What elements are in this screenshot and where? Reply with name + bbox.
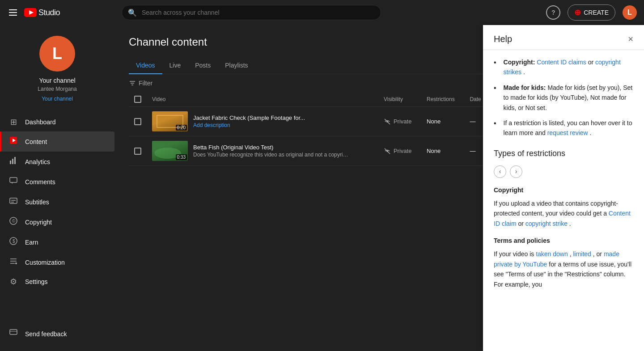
help-next-button[interactable]: ›: [510, 165, 522, 178]
tab-playlists[interactable]: Playlists: [218, 57, 255, 74]
youtube-studio-logo: Studio: [24, 8, 60, 17]
sidebar-item-settings[interactable]: ⚙ Settings: [0, 272, 114, 291]
types-of-restrictions-title: Types of restrictions: [494, 147, 633, 160]
tab-videos[interactable]: Videos: [129, 57, 162, 74]
sidebar-item-label: Earn: [25, 239, 38, 246]
col-visibility: Visibility: [378, 92, 421, 107]
copyright-label: Copyright:: [504, 59, 537, 66]
help-body: Copyright: Content ID claims or copyrigh…: [483, 50, 644, 304]
sidebar-item-subtitles[interactable]: Subtitles: [0, 192, 114, 212]
sidebar-item-label: Content: [25, 138, 47, 145]
copyright-body: If you upload a video that contains copy…: [494, 199, 633, 228]
sidebar-item-comments[interactable]: Comments: [0, 172, 114, 192]
help-bullet-copyright: Copyright: Content ID claims or copyrigh…: [494, 57, 633, 77]
limited-link[interactable]: limited: [573, 250, 591, 258]
topbar: Studio 🔍 ? ⊕ CREATE L: [0, 0, 644, 25]
sidebar-item-label: Copyright: [25, 219, 52, 226]
visibility-cell: Private: [384, 118, 416, 125]
sidebar-item-content[interactable]: Content: [0, 131, 114, 152]
sidebar-item-label: Customization: [25, 259, 65, 266]
help-panel: Help × Copyright: Content ID claims or c…: [483, 25, 644, 351]
filter-button[interactable]: Filter: [129, 80, 153, 87]
help-close-button[interactable]: ×: [628, 34, 633, 44]
video-title[interactable]: Jacket Fabric Check (Sample Footage for.…: [193, 114, 305, 121]
svg-rect-20: [10, 330, 17, 334]
search-icon: 🔍: [128, 8, 137, 17]
terms-body-prefix: If your video is: [494, 250, 536, 258]
video-duration: 0:33: [176, 154, 187, 160]
sidebar-item-analytics[interactable]: Analytics: [0, 152, 114, 172]
copyright-icon: ©: [9, 216, 18, 228]
restrictions-cell: None: [421, 107, 464, 136]
restrictions-cell: None: [421, 136, 464, 166]
sidebar-bottom: Send feedback: [0, 317, 114, 351]
visibility-cell: Private: [384, 148, 416, 155]
svg-rect-9: [10, 198, 17, 203]
row2-checkbox[interactable]: [134, 148, 141, 155]
create-label: CREATE: [584, 9, 609, 16]
comments-icon: [9, 176, 18, 187]
avatar[interactable]: L: [623, 5, 637, 20]
earn-icon: $: [9, 237, 18, 248]
customization-icon: [9, 257, 18, 268]
video-cell: 0:33 Betta Fish (Original Video Test) Do…: [152, 141, 373, 161]
filter-label: Filter: [139, 80, 153, 87]
copyright-strike-link[interactable]: copyright strike: [525, 220, 568, 227]
content-id-claims-link[interactable]: Content ID claims: [537, 59, 586, 66]
subtitles-icon: [9, 196, 18, 207]
sidebar-item-dashboard[interactable]: ⊞ Dashboard: [0, 113, 114, 131]
send-feedback-button[interactable]: Send feedback: [9, 324, 106, 344]
search-input[interactable]: [122, 5, 381, 20]
request-review-link[interactable]: request review: [547, 129, 588, 136]
video-duration: 0:20: [176, 125, 187, 131]
select-all-checkbox[interactable]: [134, 96, 141, 103]
copyright-body-prefix: If you upload a video that contains copy…: [494, 200, 618, 217]
svg-rect-6: [14, 157, 16, 164]
help-title: Help: [494, 34, 512, 44]
restriction-suffix: .: [590, 129, 592, 136]
content-icon: [9, 136, 18, 147]
youtube-icon: [24, 8, 37, 17]
sidebar-item-label: Comments: [25, 178, 55, 186]
help-bullet-restriction: If a restriction is listed, you can hove…: [494, 118, 633, 138]
bullet-content: Copyright: Content ID claims or copyrigh…: [504, 57, 633, 77]
visibility-label: Private: [394, 118, 411, 125]
video-description: Does YouTube recognize this video as ori…: [193, 152, 350, 158]
copyright-body-suffix: .: [569, 220, 571, 227]
send-feedback-label: Send feedback: [25, 330, 67, 338]
feedback-icon: [9, 328, 18, 339]
channel-link[interactable]: Your channel: [42, 96, 73, 102]
eye-slash-icon: [384, 148, 391, 155]
svg-point-26: [386, 150, 388, 152]
bullet-content: If a restriction is listed, you can hove…: [504, 118, 633, 138]
sidebar: L Your channel Lantee Morgana Your chann…: [0, 25, 114, 351]
video-thumbnail[interactable]: 0:33: [152, 141, 188, 161]
create-button[interactable]: ⊕ CREATE: [568, 4, 615, 21]
sidebar-item-copyright[interactable]: © Copyright: [0, 212, 114, 232]
topbar-right: ? ⊕ CREATE L: [546, 4, 637, 21]
sidebar-item-earn[interactable]: $ Earn: [0, 232, 114, 252]
help-bullets: Copyright: Content ID claims or copyrigh…: [494, 57, 633, 138]
copyright-body-mid: or: [518, 220, 525, 227]
sidebar-item-customization[interactable]: Customization: [0, 252, 114, 272]
svg-text:$: $: [13, 239, 15, 244]
sidebar-item-label: Dashboard: [25, 118, 56, 126]
help-button[interactable]: ?: [546, 5, 560, 20]
channel-avatar: L: [39, 36, 75, 72]
tab-posts[interactable]: Posts: [188, 57, 218, 74]
video-thumbnail[interactable]: 0:20: [152, 111, 188, 131]
row1-checkbox[interactable]: [134, 118, 141, 125]
menu-button[interactable]: [7, 8, 19, 17]
dashboard-icon: ⊞: [9, 117, 18, 127]
video-info: Jacket Fabric Check (Sample Footage for.…: [193, 114, 305, 128]
svg-rect-5: [12, 159, 13, 164]
taken-down-link[interactable]: taken down: [536, 250, 568, 258]
video-title[interactable]: Betta Fish (Original Video Test): [193, 144, 350, 151]
tab-live[interactable]: Live: [162, 57, 188, 74]
help-prev-button[interactable]: ‹: [494, 165, 506, 178]
col-restrictions: Restrictions: [421, 92, 464, 107]
terms-body: If your video is taken down , limited , …: [494, 249, 633, 289]
svg-point-19: [15, 262, 17, 264]
topbar-left: Studio: [7, 8, 114, 17]
bullet-or: or: [588, 59, 595, 66]
